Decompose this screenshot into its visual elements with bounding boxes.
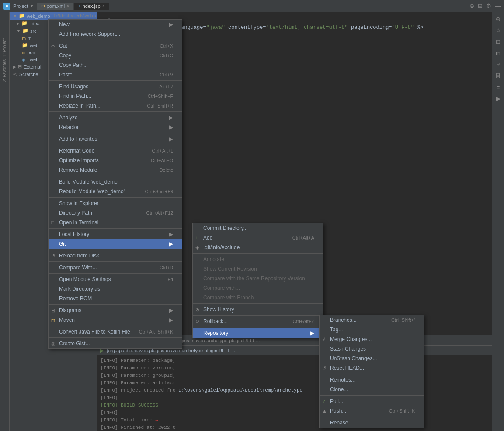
repo-sep1 xyxy=(320,374,424,374)
sep9 xyxy=(49,250,182,250)
git-menu-add[interactable]: + Add Ctrl+Alt+A xyxy=(193,233,323,243)
sep3 xyxy=(49,111,182,112)
menu-item-copy-path[interactable]: Copy Path... xyxy=(49,60,182,70)
menu-item-git[interactable]: Git ▶ xyxy=(49,239,182,249)
menu-item-reformat[interactable]: Reformat Code Ctrl+Alt+L xyxy=(49,146,182,156)
git-menu-show-history[interactable]: ⊙ Show History xyxy=(193,305,323,314)
jsp-tab-close[interactable]: × xyxy=(102,3,105,8)
reset-icon: ↺ xyxy=(322,365,326,371)
terminal-icon: □ xyxy=(51,220,54,225)
menu-item-local-history[interactable]: Local History ▶ xyxy=(49,229,182,239)
menu-item-terminal[interactable]: □ Open in Terminal xyxy=(49,218,182,227)
menu-item-show-explorer[interactable]: Show in Explorer xyxy=(49,198,182,208)
settings-icon[interactable]: ⚙ xyxy=(486,3,491,9)
favorites-label[interactable]: 2: Favorites xyxy=(2,59,7,82)
menu-item-analyze[interactable]: Analyze ▶ xyxy=(49,113,182,122)
git-menu-rollback[interactable]: ↺ Rollback... Ctrl+Alt+Z xyxy=(193,316,323,326)
menu-item-cut[interactable]: ✂ Cut Ctrl+X xyxy=(49,41,182,51)
jsp-tab-label: index.jsp xyxy=(81,3,100,9)
title-bar-left: P Project ▾ xyxy=(3,3,33,10)
tree-item-web-demo[interactable]: ▼ 📁 web_demo D:\IdeaProjects\web_demo xyxy=(10,12,97,20)
project-sidebar-label[interactable]: 1: Project xyxy=(2,38,7,57)
sep6 xyxy=(49,176,182,176)
git-menu-show-revision: Show Current Revision xyxy=(193,264,323,274)
push-icon: ▲ xyxy=(322,408,327,414)
repo-menu-rebase[interactable]: Rebase... xyxy=(320,418,424,428)
menu-item-mark-dir[interactable]: Mark Directory as xyxy=(49,284,182,294)
menu-item-optimize[interactable]: Optimize Imports Ctrl+Alt+O xyxy=(49,156,182,165)
far-left-strip: 1: Project 2: Favorites xyxy=(0,12,10,431)
menu-item-reload[interactable]: ↺ Reload from Disk xyxy=(49,251,182,261)
menu-item-add-framework[interactable]: Add Framework Support... xyxy=(49,29,182,39)
menu-item-compare[interactable]: Compare With... Ctrl+D xyxy=(49,263,182,272)
tab-index-jsp[interactable]: i index.jsp × xyxy=(74,3,109,10)
repo-menu-pull[interactable]: ✓ Pull... xyxy=(320,396,424,406)
reload-icon: ↺ xyxy=(51,253,55,259)
menu-item-create-gist[interactable]: ◎ Create Gist... xyxy=(49,339,182,348)
menu-item-refactor[interactable]: Refactor ▶ xyxy=(49,122,182,132)
menu-item-replace-path[interactable]: Replace in Path... Ctrl+Shift+R xyxy=(49,101,182,111)
menu-item-maven[interactable]: m Maven ▶ xyxy=(49,315,182,325)
run-line-4: [INFO] Parameter: artifact: xyxy=(101,379,488,387)
tool-terminal[interactable]: ▶ xyxy=(494,94,503,103)
web-icon: 📁 xyxy=(22,42,28,48)
git-menu-compare-repo: Compare with the Same Repository Version xyxy=(193,274,323,283)
merge-icon: ⑂ xyxy=(322,337,325,342)
add-icon: + xyxy=(195,235,198,240)
bottom-panel: ▶ Run m [org.apache.maven.plugins:maven-… xyxy=(97,335,492,431)
layout-icon[interactable]: ⊞ xyxy=(478,3,483,9)
tool-favorites[interactable]: ☆ xyxy=(494,25,503,35)
repo-menu-reset-head[interactable]: ↺ Reset HEAD... xyxy=(320,363,424,373)
repo-menu-tag[interactable]: Tag... xyxy=(320,325,424,334)
tool-database[interactable]: 🗄 xyxy=(494,71,503,80)
minimize-icon[interactable]: — xyxy=(495,3,501,9)
repo-sep3 xyxy=(320,417,424,417)
repo-menu-stash[interactable]: Stash Changes . xyxy=(320,344,424,354)
repo-menu-merge[interactable]: ⑂ Merge Changes... xyxy=(320,334,424,344)
git-menu-gitinfo[interactable]: ◈ .git/info/exclude xyxy=(193,243,323,252)
pom-tab-close[interactable]: × xyxy=(66,3,69,8)
web-label: web_ xyxy=(30,43,41,48)
tool-web[interactable]: ⊕ xyxy=(494,14,503,24)
menu-item-convert-kotlin[interactable]: Convert Java File to Kotlin File Ctrl+Al… xyxy=(49,327,182,337)
menu-item-directory-path[interactable]: Directory Path Ctrl+Alt+F12 xyxy=(49,208,182,218)
repo-menu-remotes[interactable]: Remotes... xyxy=(320,375,424,385)
repo-menu-push[interactable]: ▲ Push... Ctrl+Shift+K xyxy=(320,406,424,416)
git-menu-repository[interactable]: Repository ▶ xyxy=(193,328,323,338)
history-icon: ⊙ xyxy=(195,307,199,313)
sep5 xyxy=(49,145,182,145)
git-menu-commit[interactable]: Commit Directory... xyxy=(193,223,323,233)
repo-menu-branches[interactable]: Branches... Ctrl+Shift+' xyxy=(320,315,424,325)
menu-item-diagrams[interactable]: ⊞ Diagrams ▶ xyxy=(49,306,182,315)
menu-item-build[interactable]: Build Module 'web_demo' xyxy=(49,177,182,187)
run-line-7: [INFO] BUILD SUCCESS xyxy=(101,402,488,409)
tool-maven[interactable]: m xyxy=(494,48,503,58)
tool-git[interactable]: ⑂ xyxy=(494,59,503,69)
repo-menu-unstash[interactable]: UnStash Changes... xyxy=(320,354,424,363)
menu-item-find-usages[interactable]: Find Usages Alt+F7 xyxy=(49,82,182,91)
menu-item-favorites[interactable]: Add to Favorites ▶ xyxy=(49,134,182,144)
git-sep4 xyxy=(193,327,323,327)
tool-structure2[interactable]: ≡ xyxy=(494,82,503,92)
pom-tab-label: pom.xml xyxy=(47,3,65,9)
maven-icon: m xyxy=(51,317,55,323)
menu-item-remove-module[interactable]: Remove Module Delete xyxy=(49,165,182,175)
globe-icon[interactable]: ⊕ xyxy=(469,3,474,9)
repo-menu-clone[interactable]: Clone... xyxy=(320,385,424,394)
menu-item-remove-bom[interactable]: Remove BOM xyxy=(49,294,182,303)
idea-arrow: ▶ xyxy=(17,21,20,26)
title-bar-tabs: m pom.xml × i index.jsp × xyxy=(37,3,109,10)
tool-structure[interactable]: ⊞ xyxy=(494,37,503,46)
menu-item-rebuild[interactable]: Rebuild Module 'web_demo' Ctrl+Shift+F9 xyxy=(49,187,182,196)
menu-item-find-path[interactable]: Find in Path... Ctrl+Shift+F xyxy=(49,91,182,101)
right-tool-strip: ⊕ ☆ ⊞ m ⑂ 🗄 ≡ ▶ xyxy=(492,12,504,431)
diagrams-icon: ⊞ xyxy=(51,308,55,313)
tree-arrow-web-demo: ▼ xyxy=(13,14,17,18)
menu-item-new[interactable]: New ▶ xyxy=(49,20,182,29)
tab-pom-xml[interactable]: m pom.xml × xyxy=(37,3,73,10)
run-line-1: [INFO] Parameter: package, xyxy=(101,357,488,365)
git-sep3 xyxy=(193,315,323,316)
menu-item-module-settings[interactable]: Open Module Settings F4 xyxy=(49,275,182,284)
menu-item-copy[interactable]: Copy Ctrl+C xyxy=(49,51,182,60)
menu-item-paste[interactable]: Paste Ctrl+V xyxy=(49,70,182,80)
